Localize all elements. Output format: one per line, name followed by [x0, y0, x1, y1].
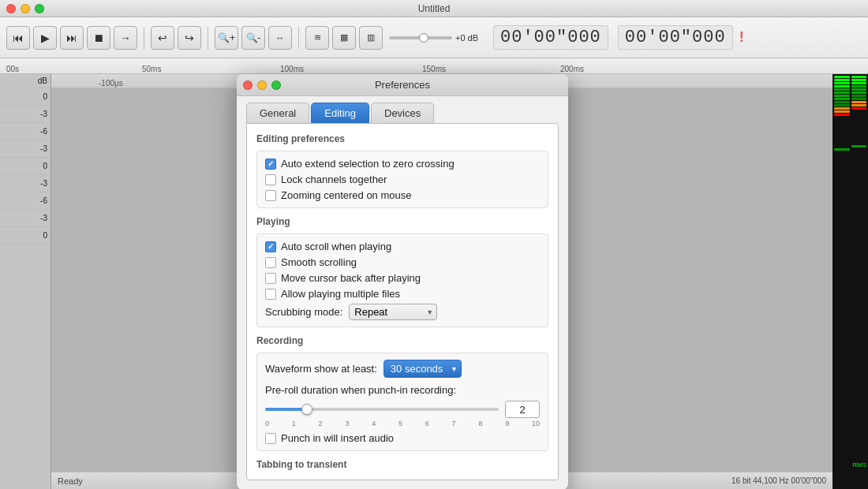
checkbox-smooth-scroll[interactable] [265, 257, 276, 268]
spectrum-button[interactable]: ▦ [332, 26, 356, 50]
db-0b: 0 [0, 158, 51, 175]
db-0: 0 [0, 88, 51, 106]
pref-row-2: Lock channels together [265, 174, 540, 185]
vu-seg [834, 104, 850, 106]
separator-3 [298, 27, 299, 49]
time-display-2: 00'00"000 [618, 25, 733, 50]
zoom-in-button[interactable]: 🔍+ [215, 26, 238, 50]
maximize-button[interactable] [35, 4, 44, 13]
title-bar: Untitled [0, 0, 868, 17]
play-button[interactable]: ▶ [33, 26, 57, 50]
window-controls[interactable] [6, 4, 44, 13]
volume-thumb[interactable] [419, 33, 428, 43]
label-punch: Punch in will insert audio [281, 432, 394, 444]
preroll-slider[interactable] [265, 408, 499, 411]
dialog-title-bar: Preferences [237, 74, 568, 96]
dialog-window-controls[interactable] [243, 80, 281, 90]
vu-seg [834, 142, 850, 144]
fast-forward-button[interactable]: ⏭ [60, 26, 84, 50]
status-text: Ready [58, 476, 83, 486]
tick-9: 9 [505, 420, 509, 427]
recording-section: Waveform show at least: 5 seconds 10 sec… [256, 353, 548, 451]
vu-seg [834, 76, 850, 78]
vu-seg [851, 79, 867, 81]
zoom-out-button[interactable]: 🔍- [241, 26, 265, 50]
preferences-dialog[interactable]: Preferences General Editing Devices Edit… [237, 74, 568, 489]
volume-track[interactable] [389, 36, 452, 39]
minimize-button[interactable] [21, 4, 30, 13]
rms-label: RMS [852, 461, 866, 468]
vu-seg [851, 95, 867, 97]
waveform-row: Waveform show at least: 5 seconds 10 sec… [265, 360, 540, 378]
vu-seg [834, 85, 850, 88]
vu-seg [834, 79, 850, 81]
sec-tick-1: -100μs [99, 79, 123, 88]
pref-row-smooth: Smooth scrolling [265, 256, 540, 268]
vu-seg [851, 120, 867, 122]
vu-seg [851, 126, 867, 129]
label-auto-extend: Auto extend selection to zero crossing [281, 158, 455, 170]
slider-section: 2 0 1 2 3 4 5 6 7 8 9 [265, 401, 540, 427]
ruler-tick-4: 200ms [560, 65, 584, 73]
redo-button[interactable]: ↪ [178, 26, 201, 50]
checkbox-move-cursor[interactable] [265, 273, 276, 284]
vu-seg [851, 82, 867, 84]
waveform-select-wrapper[interactable]: 5 seconds 10 seconds 30 seconds 1 minute [383, 360, 462, 378]
status-right: 16 bit 44,100 Hz 00'00"000 [731, 476, 826, 485]
dialog-max-button[interactable] [271, 80, 281, 90]
vu-seg [834, 107, 850, 110]
window-title: Untitled [418, 3, 451, 14]
checkbox-zoom-mouse[interactable] [265, 190, 276, 201]
vu-seg [851, 136, 867, 138]
dialog-min-button[interactable] [257, 80, 267, 90]
waveform-select[interactable]: 5 seconds 10 seconds 30 seconds 1 minute [383, 360, 462, 378]
db-6b: -6 [0, 192, 51, 210]
vu-seg [834, 114, 850, 116]
dialog-title: Preferences [375, 79, 430, 91]
forward-button[interactable]: → [114, 26, 137, 50]
vu-seg [851, 133, 867, 135]
tab-devices[interactable]: Devices [371, 103, 434, 123]
vu-channel-l [834, 76, 850, 487]
checkbox-auto-scroll[interactable] [265, 241, 276, 252]
undo-button[interactable]: ↩ [151, 26, 174, 50]
waveform-button[interactable]: ≋ [305, 26, 329, 50]
tick-8: 8 [478, 420, 482, 427]
playing-section: Auto scroll when playing Smooth scrollin… [256, 233, 548, 327]
pref-row-scroll: Auto scroll when playing [265, 241, 540, 252]
vu-seg [834, 136, 850, 138]
label-move-cursor: Move cursor back after playing [281, 272, 421, 284]
vu-seg [851, 139, 867, 141]
checkbox-lock-channels[interactable] [265, 174, 276, 185]
dialog-close-button[interactable] [243, 80, 253, 90]
db-header: dB [0, 74, 51, 88]
pref-row-3: Zooming centered on mouse [265, 189, 540, 201]
tick-7: 7 [452, 420, 456, 427]
checkbox-punch[interactable] [265, 433, 276, 444]
db-0c: 0 [0, 227, 51, 244]
close-button[interactable] [6, 4, 16, 13]
vu-seg [834, 91, 850, 94]
rewind-button[interactable]: ⏮ [6, 26, 30, 50]
spectrogram-button[interactable]: ▥ [359, 26, 383, 50]
scrubbing-select-wrapper[interactable]: Repeat Smooth Steady Speed [349, 304, 437, 320]
scrubbing-select[interactable]: Repeat Smooth Steady Speed [349, 304, 437, 320]
vu-seg [834, 133, 850, 135]
editing-section: Auto extend selection to zero crossing L… [256, 151, 548, 208]
fit-button[interactable]: ↔ [268, 26, 292, 50]
vu-seg [851, 85, 867, 88]
time-display-1: 00'00"000 [493, 25, 608, 50]
checkbox-multiple-files[interactable] [265, 289, 276, 300]
tab-editing[interactable]: Editing [311, 103, 369, 123]
label-multiple-files: Allow playing multiple files [281, 288, 400, 300]
ruler-tick-2: 100ms [280, 65, 304, 73]
checkbox-auto-extend[interactable] [265, 159, 276, 170]
tick-1: 1 [292, 420, 296, 427]
vu-seg [851, 76, 867, 78]
slider-thumb[interactable] [301, 404, 312, 415]
vu-seg [851, 101, 867, 103]
tab-general[interactable]: General [246, 103, 309, 123]
slider-value[interactable]: 2 [505, 401, 540, 418]
timeline-ruler: 00s 50ms 100ms 150ms 200ms [0, 58, 868, 74]
stop-button[interactable]: ⏹ [87, 26, 110, 50]
